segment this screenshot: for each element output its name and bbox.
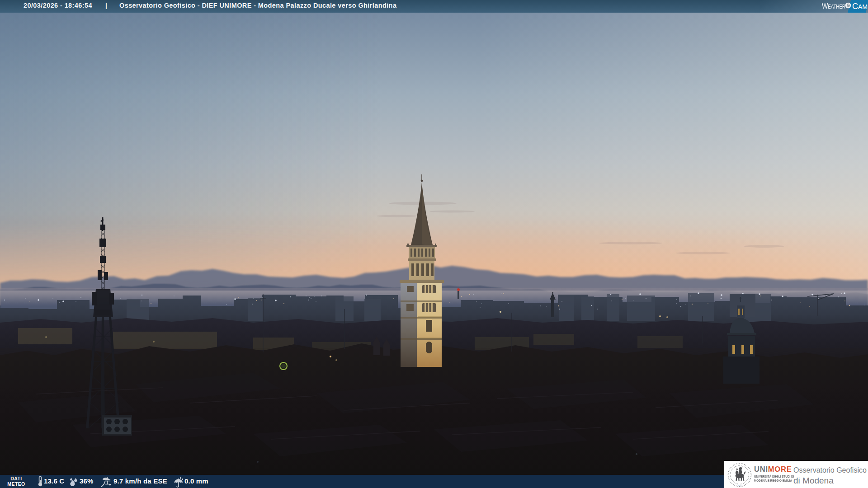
svg-text:1175: 1175 <box>738 484 741 487</box>
